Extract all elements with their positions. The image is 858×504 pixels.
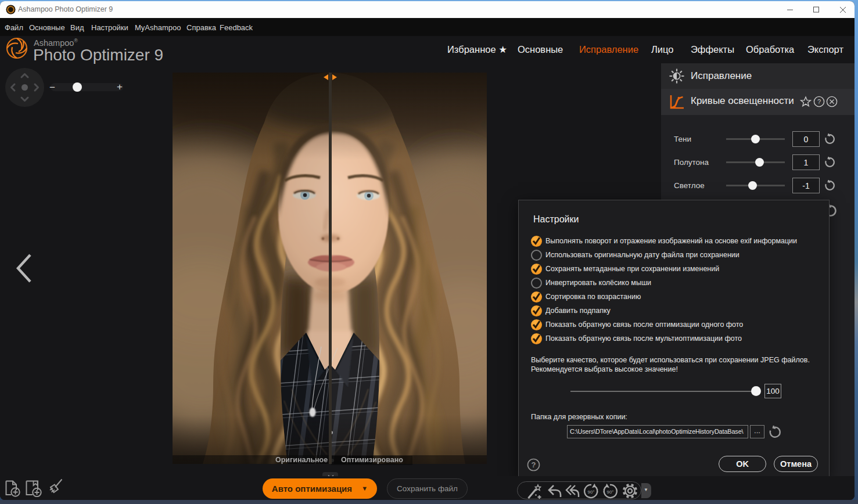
svg-text:90°: 90° bbox=[607, 489, 614, 495]
svg-text:?: ? bbox=[817, 98, 821, 105]
svg-text:90°: 90° bbox=[588, 489, 595, 495]
svg-text:?: ? bbox=[532, 460, 536, 469]
